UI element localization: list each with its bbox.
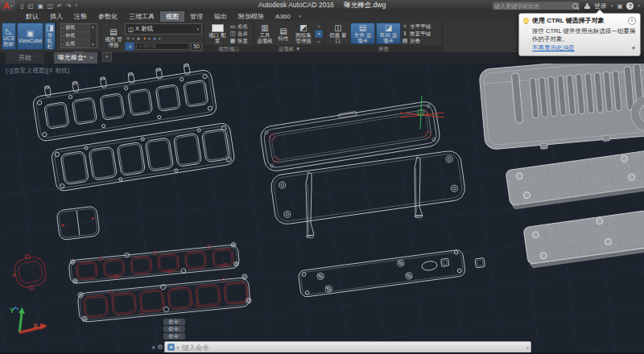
- views-gallery[interactable]: ▫ 俯视 ▫ 仰视 ▫ 左视 ▲ ▼: [60, 23, 97, 48]
- style-sphere-icon-4[interactable]: ◕: [153, 35, 156, 41]
- help-caret-icon[interactable]: ▾: [638, 3, 640, 8]
- cad-divider-box[interactable]: [56, 206, 100, 241]
- palette-small-icon-3[interactable]: ▫: [316, 39, 322, 44]
- signin-caret-icon[interactable]: ▾: [611, 3, 613, 8]
- tab-insert[interactable]: 插入: [44, 11, 68, 22]
- cad-red-gasket[interactable]: [9, 252, 48, 294]
- style-sphere-icon-1[interactable]: ○: [126, 35, 130, 41]
- ucs-axis-icon[interactable]: Y X: [10, 307, 47, 334]
- cad-mesh-plate-1[interactable]: [506, 150, 644, 210]
- dont-show-link[interactable]: 不再显示此消息: [532, 44, 631, 52]
- close-icon[interactable]: ×: [89, 52, 93, 64]
- tile-horizontal-button[interactable]: = 水平平铺: [402, 23, 431, 30]
- file-tabs-toggle-button[interactable]: ▤ 文件 选项卡: [350, 23, 375, 44]
- tab-addins[interactable]: 附加模块: [233, 11, 270, 22]
- save-icon[interactable]: ▣: [38, 2, 43, 10]
- tab-view[interactable]: 视图: [160, 11, 184, 22]
- search-input[interactable]: [494, 3, 572, 9]
- cad-fin-left[interactable]: [306, 172, 314, 238]
- cad-bottom-plate[interactable]: [298, 249, 466, 298]
- cad-fin-right[interactable]: [415, 157, 423, 218]
- tab-parametric[interactable]: 参数化: [93, 11, 123, 22]
- visual-style-dropdown[interactable]: ◫ X 射线 ▾: [125, 23, 202, 35]
- close-icon[interactable]: ×: [151, 344, 155, 352]
- views-scrollbar[interactable]: ▲ ▼: [89, 24, 97, 47]
- chevron-down-icon[interactable]: ▼: [631, 46, 636, 51]
- qat-caret-icon[interactable]: ▾: [75, 2, 77, 10]
- cad-slotted-box[interactable]: [479, 64, 644, 154]
- viewport-controls[interactable]: [-][自定义视图][X 射线]: [6, 67, 69, 75]
- opacity-slider[interactable]: 不透明度: [136, 43, 189, 50]
- switch-windows-button[interactable]: ◫ 切换 窗口: [327, 23, 349, 44]
- palette-small-icon-1[interactable]: ▫: [316, 23, 322, 29]
- panel-label-model-viewports[interactable]: 模型视口: [204, 45, 254, 52]
- chevron-down-icon[interactable]: ▾: [176, 345, 179, 350]
- cad-red-plate-1[interactable]: [68, 242, 240, 284]
- cad-small-square[interactable]: [475, 257, 485, 267]
- chevron-down-icon[interactable]: ▾: [148, 36, 151, 41]
- exchange-apps-icon[interactable]: ▣: [617, 2, 622, 10]
- tile-vertical-button[interactable]: ‖ 垂直平铺: [402, 31, 431, 37]
- scroll-down-icon[interactable]: ▼: [91, 43, 94, 47]
- model-space-canvas[interactable]: Y X [-][自定义视图][X 射线] 命令: 命令: 命令: × ⚙ ▸ ▾…: [0, 64, 644, 352]
- panel-label-palettes[interactable]: 选项板 ▼: [254, 45, 324, 52]
- cad-mesh-plate-2[interactable]: [523, 208, 644, 269]
- viewport-named-button[interactable]: ▭ 命名: [229, 23, 248, 30]
- tool-palettes-button[interactable]: ▥ 工具 选项板: [256, 23, 274, 44]
- ribbon-options-caret-icon[interactable]: ▾: [299, 11, 302, 22]
- tab-a360[interactable]: A360: [270, 11, 296, 22]
- command-input[interactable]: [180, 343, 525, 352]
- palette-small-icon-2[interactable]: ▪: [315, 30, 323, 38]
- tooltip-body: 按住 CTRL 键并使用光标选择一组要操作的子对象。: [532, 27, 636, 43]
- xray-toggle-icon[interactable]: ◑: [125, 42, 134, 51]
- new-tab-button[interactable]: +: [102, 52, 112, 62]
- layout-tabs-toggle-button[interactable]: ◪ 布局 选项卡: [376, 23, 401, 44]
- style-sphere-icon-3[interactable]: ◑: [142, 35, 146, 41]
- panel-label-interface[interactable]: 界面: [325, 45, 442, 52]
- command-prompt-icon[interactable]: ▸: [167, 344, 175, 351]
- undo-icon[interactable]: ↶: [57, 2, 62, 10]
- viewport-config-button[interactable]: 视口 配置: [206, 23, 229, 44]
- ucs-icon-button[interactable]: ◺ UCS 图标: [2, 23, 16, 50]
- style-sphere-icon-2[interactable]: ●: [137, 35, 140, 41]
- help-icon[interactable]: ?: [626, 2, 634, 10]
- tab-manage[interactable]: 管理: [184, 11, 208, 22]
- sheet-set-manager-button[interactable]: ◩ 图纸集 管理器: [293, 23, 314, 44]
- view-item-top[interactable]: ▫ 俯视: [61, 24, 89, 32]
- switch-windows-icon: ◫: [334, 23, 341, 32]
- close-icon[interactable]: ×: [628, 17, 636, 25]
- signin-label[interactable]: 登录: [594, 2, 607, 10]
- plot-icon[interactable]: ◫: [47, 2, 53, 10]
- scroll-up-icon[interactable]: ▲: [91, 25, 94, 29]
- viewport-join-button[interactable]: ◫ 合并: [229, 31, 248, 37]
- app-menu-button[interactable]: A ▾: [0, 0, 15, 11]
- file-tab-start[interactable]: 开始: [6, 52, 44, 64]
- cad-base-frame[interactable]: [270, 150, 466, 226]
- properties-button[interactable]: ▤ 特性: [275, 23, 292, 44]
- tab-annotate[interactable]: 注释: [68, 11, 93, 22]
- navbar-button[interactable]: ◨ 导航栏: [44, 23, 55, 50]
- cad-lid-frame[interactable]: [259, 99, 441, 172]
- recent-commands-icon[interactable]: ▪: [526, 345, 528, 350]
- file-tab-drawing[interactable]: 曝光棒盒* ×: [54, 52, 97, 64]
- ctrl-hint-tooltip: 使用 CTRL 键选择子对象 × 按住 CTRL 键并使用光标选择一组要操作的子…: [518, 13, 641, 56]
- view-manager-button[interactable]: ▤ 视图 管理器: [103, 23, 124, 51]
- view-item-bottom[interactable]: ▫ 仰视: [61, 32, 89, 40]
- command-input-bar[interactable]: ▸ ▾ ▪: [164, 341, 531, 352]
- viewport-restore-button[interactable]: ▦ 恢复: [229, 38, 248, 44]
- help-search-field[interactable]: [492, 1, 580, 10]
- panel-views: ▫ 俯视 ▫ 仰视 ▫ 左视 ▲ ▼: [56, 22, 101, 52]
- open-file-icon[interactable]: ◰: [28, 2, 34, 10]
- tab-default[interactable]: 默认: [20, 11, 44, 22]
- chevron-down-icon[interactable]: ▾: [159, 36, 161, 41]
- viewcube-button[interactable]: ▣ ViewCube: [17, 23, 44, 50]
- new-file-icon[interactable]: ▯: [20, 2, 23, 10]
- customize-icon[interactable]: ⚙: [157, 344, 163, 351]
- view-item-left[interactable]: ▫ 左视: [61, 40, 89, 47]
- tab-output[interactable]: 输出: [208, 11, 233, 22]
- cascade-button[interactable]: ▤ 层叠: [402, 38, 431, 44]
- redo-icon[interactable]: ↷: [66, 2, 71, 10]
- chevron-down-icon[interactable]: ▾: [132, 36, 134, 41]
- search-icon[interactable]: [572, 3, 578, 9]
- tab-3d-tools[interactable]: 三维工具: [123, 11, 160, 22]
